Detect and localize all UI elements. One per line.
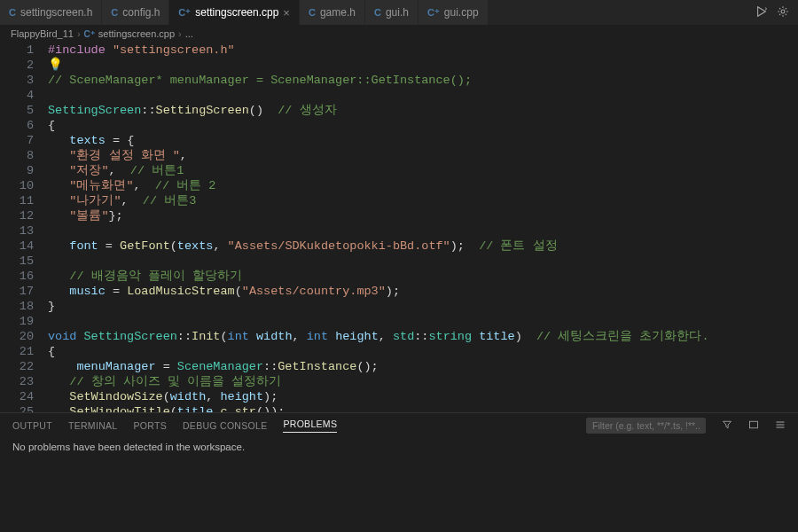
code-line[interactable]: "메뉴화면", // 버튼 2 — [48, 178, 798, 193]
line-number: 18 — [0, 299, 34, 314]
code-line[interactable]: { — [48, 344, 798, 359]
code-line[interactable]: SetWindowTitle(title.c_str()); — [48, 404, 798, 412]
line-number: 4 — [0, 88, 34, 103]
line-number: 14 — [0, 239, 34, 254]
code-line[interactable]: "저장", // 버튼1 — [48, 163, 798, 178]
line-number: 11 — [0, 193, 34, 208]
tab-gui-cpp[interactable]: C⁺ gui.cpp — [419, 0, 489, 25]
close-icon[interactable]: × — [283, 6, 290, 20]
cpp-file-icon: C⁺ — [178, 7, 191, 19]
tab-label: settingscreen.h — [20, 6, 92, 19]
code-line[interactable]: SetWindowSize(width, height); — [48, 389, 798, 404]
breadcrumb-project[interactable]: FlappyBird_11 — [11, 28, 74, 39]
panel-tab-bar: OUTPUT TERMINAL PORTS DEBUG CONSOLE PROB… — [0, 413, 798, 438]
c-file-icon: C — [111, 7, 118, 18]
breadcrumb-file[interactable]: settingscreen.cpp — [98, 28, 175, 39]
code-line[interactable] — [48, 88, 798, 103]
tab-label: config.h — [122, 6, 160, 19]
gear-icon[interactable] — [777, 5, 789, 20]
breadcrumb-more[interactable]: ... — [185, 28, 193, 39]
line-number: 25 — [0, 404, 34, 412]
line-number: 23 — [0, 374, 34, 389]
code-line[interactable] — [48, 223, 798, 239]
problems-message: No problems have been detected in the wo… — [0, 438, 798, 456]
line-number: 3 — [0, 73, 34, 88]
code-line[interactable]: "볼륨"}; — [48, 208, 798, 223]
line-number: 19 — [0, 314, 34, 329]
svg-point-0 — [781, 10, 785, 13]
tab-gui-h[interactable]: C gui.h — [365, 0, 419, 25]
code-line[interactable]: 💡 — [48, 58, 798, 73]
line-number: 16 — [0, 269, 34, 284]
collapse-icon[interactable] — [748, 419, 759, 432]
line-number: 1 — [0, 43, 34, 58]
line-number: 15 — [0, 254, 34, 269]
code-line[interactable]: #include "settingscreen.h" — [48, 43, 798, 58]
code-line[interactable] — [48, 314, 798, 329]
line-number: 24 — [0, 389, 34, 404]
code-line[interactable]: "나가기", // 버튼3 — [48, 193, 798, 208]
line-number: 17 — [0, 284, 34, 299]
panel-tab-output[interactable]: OUTPUT — [12, 420, 52, 431]
line-number: 5 — [0, 103, 34, 118]
c-file-icon: C — [9, 7, 16, 18]
code-line[interactable]: // 배경음악 플레이 할당하기 — [48, 269, 798, 284]
chevron-right-icon: › — [77, 28, 81, 39]
line-number: 20 — [0, 329, 34, 344]
problems-filter-input[interactable] — [586, 418, 706, 434]
tab-settingscreen-cpp[interactable]: C⁺ settingscreen.cpp × — [169, 0, 300, 25]
code-line[interactable]: "환경 설정 화면 ", — [48, 148, 798, 163]
tab-config-h[interactable]: C config.h — [102, 0, 169, 25]
code-line[interactable]: menuManager = SceneManager::GetInstance(… — [48, 359, 798, 374]
bottom-panel: OUTPUT TERMINAL PORTS DEBUG CONSOLE PROB… — [0, 412, 798, 532]
tab-label: gui.h — [386, 6, 409, 19]
code-line[interactable]: music = LoadMusicStream("Assets/country.… — [48, 284, 798, 299]
code-line[interactable]: } — [48, 299, 798, 314]
cpp-file-icon: C⁺ — [427, 7, 440, 19]
panel-tab-ports[interactable]: PORTS — [133, 420, 166, 431]
panel-tab-problems[interactable]: PROBLEMS — [283, 419, 337, 433]
code-line[interactable]: // SceneManager* menuManager = SceneMana… — [48, 73, 798, 88]
line-number: 22 — [0, 359, 34, 374]
line-number: 9 — [0, 163, 34, 178]
svg-rect-1 — [750, 421, 758, 428]
line-number: 13 — [0, 223, 34, 239]
c-file-icon: C — [309, 7, 316, 18]
line-number-gutter: 1234567891011121314151617181920212223242… — [0, 43, 48, 412]
code-editor[interactable]: 1234567891011121314151617181920212223242… — [0, 43, 798, 412]
line-number: 7 — [0, 133, 34, 148]
breadcrumb[interactable]: FlappyBird_11 › C⁺ settingscreen.cpp › .… — [0, 25, 798, 43]
code-line[interactable]: SettingScreen::SettingScreen() // 생성자 — [48, 103, 798, 118]
code-line[interactable] — [48, 254, 798, 269]
tab-game-h[interactable]: C game.h — [300, 0, 365, 25]
code-line[interactable]: // 창의 사이즈 및 이름을 설정하기 — [48, 374, 798, 389]
line-number: 10 — [0, 178, 34, 193]
code-line[interactable]: { — [48, 118, 798, 133]
tab-settingscreen-h[interactable]: C settingscreen.h — [0, 0, 102, 25]
list-icon[interactable] — [775, 419, 786, 432]
c-file-icon: C — [374, 7, 381, 18]
cpp-file-icon: C⁺ — [84, 29, 95, 39]
editor-tab-bar: C settingscreen.h C config.h C⁺ settings… — [0, 0, 798, 25]
panel-tab-debug-console[interactable]: DEBUG CONSOLE — [183, 420, 268, 431]
tab-bar-actions — [755, 0, 798, 25]
code-line[interactable]: void SettingScreen::Init(int width, int … — [48, 329, 798, 344]
panel-tab-terminal[interactable]: TERMINAL — [68, 420, 118, 431]
chevron-right-icon: › — [178, 28, 182, 39]
filter-icon[interactable] — [722, 419, 732, 432]
code-area[interactable]: #include "settingscreen.h"💡// SceneManag… — [48, 43, 798, 412]
tab-label: game.h — [320, 6, 356, 19]
line-number: 12 — [0, 208, 34, 223]
run-icon[interactable] — [755, 5, 768, 20]
line-number: 8 — [0, 148, 34, 163]
tab-label: gui.cpp — [444, 6, 479, 19]
line-number: 6 — [0, 118, 34, 133]
tab-label: settingscreen.cpp — [195, 6, 278, 19]
code-line[interactable]: font = GetFont(texts, "Assets/SDKukdetop… — [48, 239, 798, 254]
line-number: 2 — [0, 58, 34, 73]
code-line[interactable]: texts = { — [48, 133, 798, 148]
line-number: 21 — [0, 344, 34, 359]
